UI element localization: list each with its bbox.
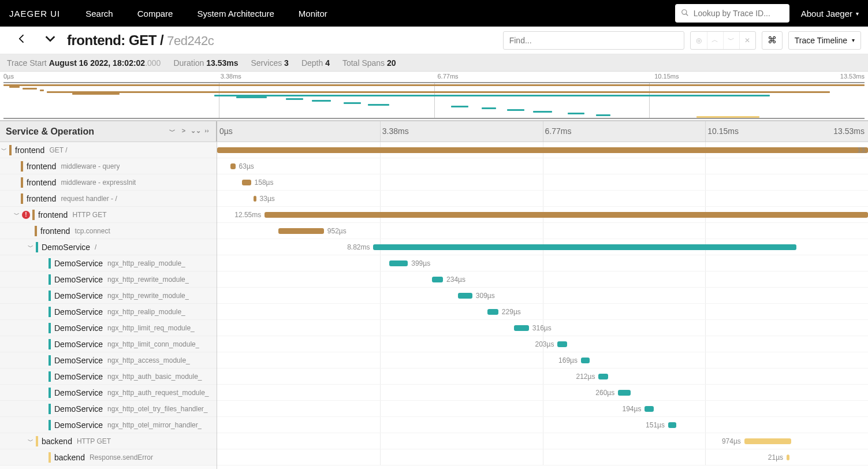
timeline-ruler: 0µs3.38ms6.77ms10.15ms13.53ms [217, 121, 868, 142]
span-bar [389, 260, 408, 266]
span-bar-row[interactable]: 952µs [217, 223, 868, 239]
caret-icon[interactable]: ﹀ [27, 437, 35, 445]
trace-lookup[interactable] [675, 4, 789, 23]
span-bar-row[interactable]: 974µs [217, 433, 868, 449]
span-row[interactable]: frontendtcp.connect [0, 223, 217, 239]
trace-info-strip: Trace Start August 16 2022, 18:02:02.000… [0, 54, 868, 72]
span-bar-row[interactable]: 399µs [217, 255, 868, 271]
span-service: backend [54, 453, 85, 462]
span-bar [581, 358, 590, 363]
service-color-bar [49, 452, 51, 463]
span-duration-label: 169µs [558, 356, 578, 364]
back-button[interactable] [10, 32, 33, 49]
nav-search[interactable]: Search [76, 0, 122, 27]
caret-icon[interactable]: ﹀ [0, 146, 8, 154]
ruler-tick: 13.53ms [833, 126, 865, 136]
span-row[interactable]: DemoServicengx_http_auth_basic_module_ [0, 368, 217, 385]
collapse-all-icon[interactable]: ⌄⌄ [191, 127, 200, 136]
span-row[interactable]: DemoServicengx_http_realip_module_ [0, 304, 217, 320]
span-row[interactable]: DemoServicengx_http_rewrite_module_ [0, 271, 217, 288]
span-service: DemoService [54, 323, 103, 333]
span-service: DemoService [54, 307, 103, 317]
caret-icon[interactable]: ﹀ [13, 211, 21, 219]
span-bar-row[interactable]: 316µs [217, 320, 868, 336]
minimap-tick: 13.53ms [840, 73, 865, 80]
span-row[interactable]: DemoServicengx_http_auth_request_module_ [0, 385, 217, 401]
span-service: DemoService [54, 388, 103, 397]
nav-compare[interactable]: Compare [128, 0, 182, 27]
service-color-bar [49, 420, 51, 430]
trace-lookup-input[interactable] [694, 9, 784, 18]
span-bar-row[interactable]: 203µs [217, 336, 868, 352]
find-input[interactable] [503, 31, 684, 50]
span-duration-label: 194µs [623, 405, 642, 413]
minimap-canvas[interactable] [3, 82, 865, 119]
span-bar-row[interactable]: 21µs [217, 449, 868, 466]
locate-icon[interactable]: ◎ [691, 32, 707, 49]
span-operation: GET / [49, 146, 67, 154]
nav-system-architecture[interactable]: System Architecture [188, 0, 283, 27]
service-color-bar [21, 177, 23, 188]
span-row[interactable]: DemoServicengx_http_access_module_ [0, 352, 217, 368]
search-icon [681, 9, 689, 18]
span-row[interactable]: frontendmiddleware - expressInit [0, 174, 217, 191]
nav-monitor[interactable]: Monitor [289, 0, 337, 27]
span-operation: ngx_http_realip_module_ [107, 308, 185, 316]
span-row[interactable]: backendResponse.sendError [0, 449, 217, 466]
span-row[interactable]: DemoServicengx_http_realip_module_ [0, 255, 217, 271]
span-row[interactable]: frontendrequest handler - / [0, 191, 217, 207]
span-bar-row[interactable]: 158µs [217, 174, 868, 191]
view-mode-label: Trace Timeline [795, 36, 847, 45]
find-clear-button[interactable]: ✕ [739, 32, 755, 49]
caret-icon[interactable]: ﹀ [27, 243, 35, 251]
find-next-button[interactable]: ﹀ [723, 32, 739, 49]
span-bar-row[interactable]: 260µs [217, 385, 868, 401]
span-bar-row[interactable]: 12.55ms [217, 207, 868, 223]
service-color-bar [49, 371, 51, 382]
collapse-toggle[interactable] [44, 32, 57, 49]
service-color-bar [32, 210, 35, 220]
span-row[interactable]: DemoServicengx_http_otel_mirror_handler_ [0, 417, 217, 433]
minimap-tick: 0µs [3, 73, 14, 80]
minimap-span [696, 116, 759, 118]
expand-right-icon[interactable]: > [179, 127, 188, 136]
collapse-icon[interactable]: ﹀ [167, 127, 177, 136]
minimap-span [286, 98, 303, 100]
span-bar-row[interactable]: 229µs [217, 304, 868, 320]
span-service: DemoService [54, 259, 103, 268]
span-operation: HTTP GET [72, 211, 106, 219]
view-mode-select[interactable]: Trace Timeline ▾ [788, 31, 861, 50]
about-menu[interactable]: About Jaeger ▾ [801, 9, 859, 18]
span-duration-label: 8.82ms [347, 243, 370, 251]
span-bar-row[interactable]: 169µs [217, 352, 868, 368]
span-bar-row[interactable]: 212µs [217, 368, 868, 385]
span-bar-row[interactable]: 309µs [217, 288, 868, 304]
span-bar [618, 390, 630, 396]
span-bar-row[interactable]: 8.82ms [217, 239, 868, 255]
span-row[interactable]: DemoServicengx_http_otel_try_files_handl… [0, 401, 217, 417]
expand-all-icon[interactable]: ›› [202, 127, 211, 136]
brand-logo[interactable]: JAEGER UI [9, 9, 60, 18]
span-bar-row[interactable]: 234µs [217, 271, 868, 288]
span-row[interactable]: ﹀frontendGET / [0, 142, 217, 158]
span-bar [217, 147, 868, 153]
span-bar-row[interactable]: 63µs [217, 158, 868, 174]
span-row[interactable]: DemoServicengx_http_limit_req_module_ [0, 320, 217, 336]
span-row[interactable]: DemoServicengx_http_limit_conn_module_ [0, 336, 217, 352]
span-operation: ngx_http_otel_mirror_handler_ [107, 421, 202, 429]
span-duration-label: 151µs [646, 421, 665, 429]
span-row[interactable]: ﹀!frontendHTTP GET [0, 207, 217, 223]
span-row[interactable]: ﹀DemoService/ [0, 239, 217, 255]
minimap-tick: 3.38ms [221, 73, 241, 80]
span-duration-label: 33µs [260, 195, 275, 203]
span-row[interactable]: ﹀backendHTTP GET [0, 433, 217, 449]
span-bar-row[interactable]: 33µs [217, 191, 868, 207]
minimap-span [451, 106, 468, 107]
span-row[interactable]: frontendmiddleware - query [0, 158, 217, 174]
span-row[interactable]: DemoServicengx_http_rewrite_module_ [0, 288, 217, 304]
span-bar-row[interactable]: 151µs [217, 417, 868, 433]
span-bar-row[interactable]: 13. [217, 142, 868, 158]
keyboard-shortcuts-button[interactable]: ⌘ [762, 31, 783, 50]
find-prev-button[interactable]: ︿ [707, 32, 723, 49]
span-bar-row[interactable]: 194µs [217, 401, 868, 417]
